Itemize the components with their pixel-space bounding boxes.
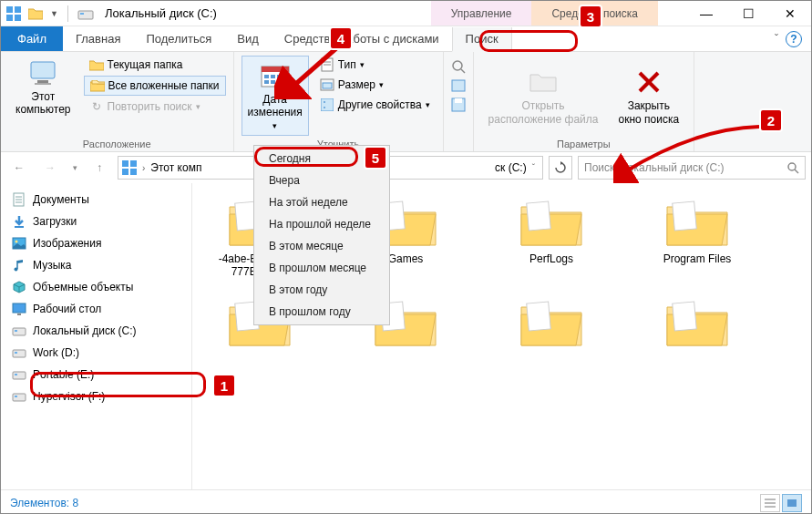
advanced-options-icon[interactable]: [451, 79, 466, 92]
refresh-button[interactable]: [549, 156, 572, 180]
minimize-button[interactable]: —: [685, 1, 727, 26]
dd-this-month[interactable]: В этом месяце: [256, 235, 387, 257]
item-count: Элементов: 8: [10, 497, 78, 509]
folder-item[interactable]: PerfLogs: [497, 196, 606, 278]
search-again-button[interactable]: ↻Повторить поиск ▾: [84, 98, 226, 116]
svg-rect-12: [271, 75, 275, 78]
current-folder-button[interactable]: Текущая папка: [84, 56, 226, 74]
dd-this-week[interactable]: На этой неделе: [256, 191, 387, 213]
svg-rect-33: [130, 160, 137, 167]
svg-rect-14: [264, 80, 269, 84]
svg-rect-58: [527, 201, 551, 231]
tabbar-spacer: [512, 26, 775, 51]
chevron-right-icon[interactable]: ›: [142, 163, 145, 173]
sidebar-item-5[interactable]: Рабочий стол: [5, 298, 188, 320]
window-title: Локальный диск (C:): [105, 6, 217, 20]
all-subfolders-button[interactable]: Все вложенные папки: [84, 76, 226, 96]
help-button[interactable]: ?: [786, 31, 802, 47]
search-placeholder: Поиск: Локальный диск (C:): [584, 161, 724, 174]
recent-button[interactable]: ▾: [68, 155, 81, 180]
other-props-button[interactable]: Другие свойства ▾: [314, 96, 436, 114]
sidebar-item-label: Музыка: [33, 259, 71, 272]
context-tab-manage[interactable]: Управление: [431, 1, 532, 26]
search-input[interactable]: Поиск: Локальный диск (C:): [578, 156, 806, 180]
this-computer-button[interactable]: Этот компьютер: [8, 56, 78, 118]
properties-icon: [320, 98, 334, 112]
folder-item[interactable]: [642, 296, 752, 353]
folder-icon: [89, 57, 104, 72]
sidebar-item-1[interactable]: Загрузки: [5, 211, 188, 232]
details-view-button[interactable]: [760, 494, 780, 512]
svg-rect-21: [323, 83, 332, 88]
sidebar-item-7[interactable]: Work (D:): [5, 342, 188, 364]
svg-rect-55: [15, 396, 17, 397]
quick-access-toolbar: ▼ Локальный диск (C:): [1, 5, 217, 22]
svg-rect-49: [15, 330, 17, 332]
window-controls: — ☐ ✕: [685, 1, 811, 26]
recent-searches-icon[interactable]: [451, 59, 466, 74]
chevron-down-icon[interactable]: ˇ: [532, 163, 535, 173]
sidebar: ДокументыЗагрузкиИзображенияМузыкаОбъемн…: [1, 183, 192, 489]
ribbon-group-params: Открыть расположение файла Закрыть окно …: [474, 52, 695, 151]
svg-rect-47: [17, 314, 21, 315]
svg-rect-13: [277, 75, 282, 78]
close-search-button[interactable]: Закрыть окно поиска: [611, 65, 686, 128]
forward-button[interactable]: →: [37, 155, 63, 180]
address-row: ← → ▾ ↑ › Этот комп ск (C:) ˇ Поиск: Лок…: [1, 152, 811, 183]
sidebar-item-8[interactable]: Portable (E:): [5, 364, 188, 386]
folder-icon: [663, 196, 731, 249]
collapse-ribbon-icon[interactable]: ˇ: [775, 33, 778, 46]
music-icon: [12, 258, 26, 272]
sidebar-item-0[interactable]: Документы: [5, 189, 188, 211]
svg-rect-10: [262, 67, 289, 72]
tab-disks[interactable]: Средства работы с дисками: [272, 26, 452, 51]
svg-point-23: [324, 101, 325, 103]
sidebar-item-9[interactable]: Hypervisor (F:): [5, 386, 188, 407]
sidebar-item-label: Объемные объекты: [33, 281, 133, 293]
sidebar-item-2[interactable]: Изображения: [5, 232, 188, 254]
save-search-icon[interactable]: [451, 98, 466, 112]
folder-icon: [518, 296, 585, 349]
folder-name: PerfLogs: [529, 252, 573, 265]
svg-line-37: [795, 170, 798, 173]
folder-item[interactable]: Program Files: [642, 196, 752, 278]
svg-rect-46: [13, 303, 26, 313]
sidebar-item-3[interactable]: Музыка: [5, 254, 188, 276]
dd-last-year[interactable]: В прошлом году: [256, 301, 387, 323]
tab-file[interactable]: Файл: [1, 26, 63, 51]
folder-item[interactable]: [497, 296, 606, 353]
tab-search[interactable]: Поиск: [452, 27, 512, 52]
tab-home[interactable]: Главная: [63, 26, 133, 51]
folder-icon: [663, 296, 731, 349]
dd-last-month[interactable]: В прошлом месяце: [256, 257, 387, 279]
win-logo-icon: [122, 160, 137, 175]
maximize-button[interactable]: ☐: [727, 1, 769, 26]
tab-view[interactable]: Вид: [224, 26, 272, 51]
qat-dropdown-icon[interactable]: ▼: [50, 9, 58, 18]
breadcrumb-root[interactable]: Этот комп: [150, 161, 201, 174]
down-icon: [12, 214, 26, 229]
up-button[interactable]: ↑: [87, 155, 112, 180]
search-icon: [786, 161, 799, 174]
callout-badge-2: 2: [759, 108, 783, 132]
dd-last-week[interactable]: На прошлой неделе: [256, 213, 387, 235]
dd-yesterday[interactable]: Вчера: [256, 170, 387, 191]
svg-point-25: [453, 61, 462, 70]
close-button[interactable]: ✕: [769, 1, 811, 26]
ribbon: Этот компьютер Текущая папка Все вложенн…: [1, 52, 811, 152]
tab-share[interactable]: Поделиться: [133, 26, 224, 51]
sidebar-item-6[interactable]: Локальный диск (C:): [5, 320, 188, 342]
type-button[interactable]: Тип ▾: [314, 56, 436, 74]
svg-rect-8: [35, 83, 51, 85]
icons-view-button[interactable]: [782, 494, 802, 512]
date-modified-button[interactable]: Дата изменения ▾: [242, 56, 309, 136]
svg-rect-5: [80, 13, 84, 15]
breadcrumb-current[interactable]: ск (C:): [495, 161, 527, 174]
folder-icon: [28, 7, 43, 20]
dd-this-year[interactable]: В этом году: [256, 279, 387, 301]
svg-rect-1: [15, 6, 21, 13]
sidebar-item-4[interactable]: Объемные объекты: [5, 276, 188, 298]
back-button[interactable]: ←: [6, 155, 32, 180]
size-button[interactable]: Размер ▾: [314, 76, 436, 94]
computer-icon: [27, 57, 58, 88]
